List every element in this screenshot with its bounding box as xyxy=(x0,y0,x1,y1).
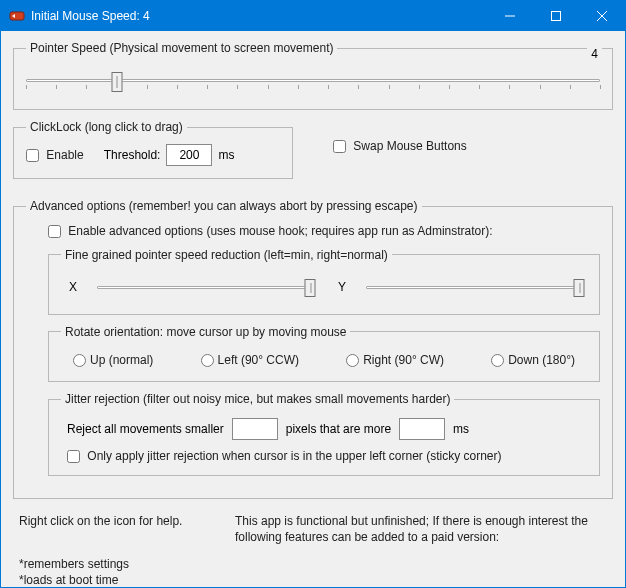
sticky-corner-checkbox[interactable] xyxy=(67,450,80,463)
jitter-ms-input[interactable] xyxy=(399,418,445,440)
feature-bullet: *remembers settings xyxy=(19,556,607,572)
jitter-group: Jitter rejection (filter out noisy mice,… xyxy=(48,392,600,476)
threshold-input[interactable] xyxy=(166,144,212,166)
rotate-up-radio[interactable] xyxy=(73,354,86,367)
advanced-legend: Advanced options (remember! you can alwa… xyxy=(26,199,422,213)
footer-text: Right click on the icon for help. This a… xyxy=(13,513,613,587)
x-slider[interactable] xyxy=(97,278,310,300)
jitter-unit: ms xyxy=(453,422,469,436)
maximize-button[interactable] xyxy=(533,1,579,31)
pointer-speed-legend: Pointer Speed (Physical movement to scre… xyxy=(26,41,337,55)
clicklock-enable-checkbox[interactable] xyxy=(26,149,39,162)
rotate-left-radio[interactable] xyxy=(201,354,214,367)
rotate-right-label[interactable]: Right (90° CW) xyxy=(346,353,444,367)
rotate-legend: Rotate orientation: move cursor up by mo… xyxy=(61,325,350,339)
rotate-down-label[interactable]: Down (180°) xyxy=(491,353,575,367)
jitter-legend: Jitter rejection (filter out noisy mice,… xyxy=(61,392,454,406)
minimize-icon xyxy=(505,11,515,21)
clicklock-legend: ClickLock (long click to drag) xyxy=(26,120,187,134)
pointer-speed-slider[interactable] xyxy=(26,69,600,97)
maximize-icon xyxy=(551,11,561,21)
content-area: Pointer Speed (Physical movement to scre… xyxy=(1,31,625,587)
pointer-speed-value: 4 xyxy=(587,47,602,61)
swap-buttons-label[interactable]: Swap Mouse Buttons xyxy=(333,139,467,153)
x-label: X xyxy=(69,280,83,294)
pitch-text: This app is functional but unfinished; I… xyxy=(235,513,607,545)
clicklock-enable-label[interactable]: Enable xyxy=(26,148,84,162)
threshold-unit: ms xyxy=(218,148,234,162)
svg-rect-2 xyxy=(552,12,561,21)
jitter-text-1: Reject all movements smaller xyxy=(67,422,224,436)
threshold-label: Threshold: xyxy=(104,148,161,162)
help-hint: Right click on the icon for help. xyxy=(19,513,199,545)
close-button[interactable] xyxy=(579,1,625,31)
advanced-enable-label[interactable]: Enable advanced options (uses mouse hook… xyxy=(48,224,493,238)
y-slider-thumb[interactable] xyxy=(574,279,585,297)
advanced-group: Advanced options (remember! you can alwa… xyxy=(13,199,613,499)
jitter-pixels-input[interactable] xyxy=(232,418,278,440)
slider-thumb[interactable] xyxy=(111,72,122,92)
pointer-speed-group: Pointer Speed (Physical movement to scre… xyxy=(13,41,613,110)
minimize-button[interactable] xyxy=(487,1,533,31)
title-bar[interactable]: Initial Mouse Speed: 4 xyxy=(1,1,625,31)
window-title: Initial Mouse Speed: 4 xyxy=(31,9,487,23)
rotate-group: Rotate orientation: move cursor up by mo… xyxy=(48,325,600,382)
y-slider[interactable] xyxy=(366,278,579,300)
close-icon xyxy=(597,11,607,21)
fine-grained-legend: Fine grained pointer speed reduction (le… xyxy=(61,248,392,262)
app-window: Initial Mouse Speed: 4 Pointer Speed (Ph… xyxy=(0,0,626,588)
sticky-corner-label[interactable]: Only apply jitter rejection when cursor … xyxy=(67,449,502,463)
y-label: Y xyxy=(338,280,352,294)
x-slider-thumb[interactable] xyxy=(305,279,316,297)
swap-buttons-checkbox[interactable] xyxy=(333,140,346,153)
advanced-enable-checkbox[interactable] xyxy=(48,225,61,238)
rotate-up-label[interactable]: Up (normal) xyxy=(73,353,153,367)
jitter-text-2: pixels that are more xyxy=(286,422,391,436)
rotate-down-radio[interactable] xyxy=(491,354,504,367)
svg-rect-1 xyxy=(505,16,515,17)
rotate-right-radio[interactable] xyxy=(346,354,359,367)
rotate-left-label[interactable]: Left (90° CCW) xyxy=(201,353,299,367)
feature-bullet: *loads at boot time xyxy=(19,572,607,587)
fine-grained-group: Fine grained pointer speed reduction (le… xyxy=(48,248,600,315)
app-icon xyxy=(9,8,25,24)
clicklock-group: ClickLock (long click to drag) Enable Th… xyxy=(13,120,293,179)
